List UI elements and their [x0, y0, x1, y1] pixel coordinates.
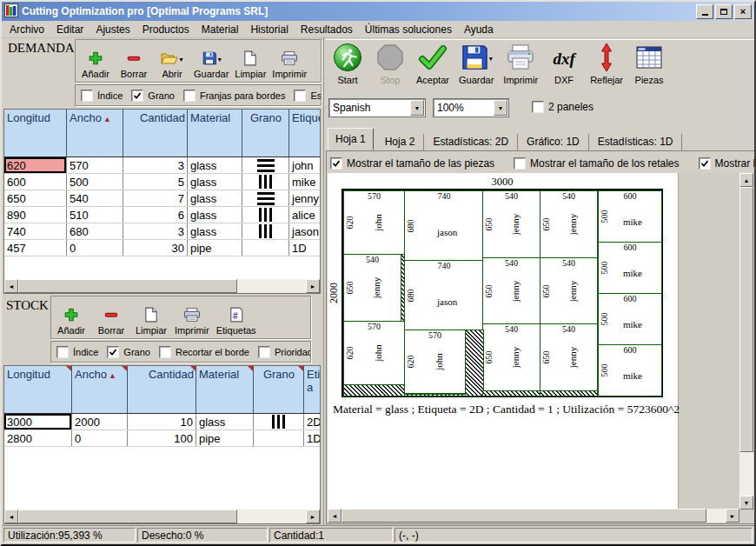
dropdown-arrow-icon[interactable]: ▾ — [489, 55, 493, 63]
cell[interactable] — [254, 430, 304, 447]
unchecked-box-icon[interactable] — [159, 346, 171, 358]
chevron-down-icon[interactable]: ▼ — [410, 100, 424, 116]
reflejar-button[interactable]: Reflejar — [588, 42, 625, 86]
col-header-etiqueta[interactable]: Etiqueta — [304, 366, 322, 414]
scroll-right-icon[interactable]: ► — [306, 509, 320, 523]
chevron-down-icon[interactable]: ▼ — [494, 100, 507, 116]
unchecked-box-icon[interactable] — [258, 346, 270, 358]
checkbox-indice[interactable]: Índice — [81, 90, 123, 102]
anadir-button[interactable]: Añadir — [77, 49, 114, 80]
checked-box-icon[interactable] — [330, 157, 342, 170]
cell[interactable]: pipe — [188, 240, 242, 256]
tab-grafico-1d[interactable]: Gráfico: 1D — [518, 134, 589, 150]
minimize-button[interactable] — [696, 4, 713, 19]
close-button[interactable]: × — [734, 4, 752, 19]
menu-ajustes[interactable]: Ajustes — [90, 22, 136, 37]
cell[interactable]: 650 — [4, 190, 67, 207]
cell[interactable]: 7 — [123, 190, 188, 207]
dxf-button[interactable]: dxfDXF — [546, 42, 582, 86]
col-header-cantidad[interactable]: Cantidad — [128, 366, 196, 414]
scroll-down-icon[interactable]: ▼ — [739, 496, 753, 509]
checkbox-mostrar-la-etiqueta-de-l[interactable]: Mostrar la etiqueta de l — [699, 157, 754, 170]
dropdown-arrow-icon[interactable]: ▾ — [179, 56, 182, 63]
borrar-button[interactable]: Borrar — [93, 305, 129, 336]
unchecked-box-icon[interactable] — [294, 90, 306, 102]
cell[interactable]: 0 — [67, 240, 123, 256]
col-header-grano[interactable]: Grano — [254, 366, 304, 414]
cell[interactable]: alice — [289, 207, 322, 223]
cell[interactable]: 2D — [304, 414, 322, 430]
scroll-thumb[interactable] — [18, 509, 237, 523]
checked-box-icon[interactable] — [699, 157, 711, 170]
checkbox-mostrar-el-tamano-de-las-piezas[interactable]: Mostrar el tamaño de las piezas — [330, 157, 494, 170]
cell[interactable]: 1D — [289, 240, 322, 256]
limpiar-button[interactable]: Limpiar — [232, 49, 269, 80]
cell[interactable]: jason — [289, 223, 322, 240]
cell[interactable]: john — [289, 157, 322, 174]
cell[interactable]: 457 — [4, 240, 67, 256]
cell[interactable]: 0 — [72, 430, 128, 447]
checkbox-es[interactable]: Es — [294, 90, 322, 102]
cell[interactable]: 3000 — [4, 414, 72, 430]
menu-ayuda[interactable]: Ayuda — [458, 22, 500, 37]
scroll-right-icon[interactable]: ► — [306, 279, 320, 293]
scroll-thumb[interactable] — [739, 187, 753, 452]
col-header-material[interactable]: Material — [196, 366, 254, 414]
unchecked-box-icon[interactable] — [514, 157, 526, 170]
cell[interactable]: 3 — [123, 157, 188, 174]
col-header-material[interactable]: Material — [188, 110, 242, 157]
col-header-ancho[interactable]: Ancho▲ — [72, 366, 128, 414]
cell[interactable]: 5 — [123, 174, 188, 190]
checkbox-mostrar-el-tamano-de-los-retales[interactable]: Mostrar el tamaño de los retales — [514, 157, 679, 170]
cell[interactable]: 620 — [4, 157, 67, 174]
cell[interactable]: 30 — [123, 240, 188, 256]
cell[interactable]: glass — [188, 174, 242, 190]
checkbox-2-paneles[interactable]: 2 paneles — [532, 101, 594, 113]
menu-historial[interactable]: Historial — [244, 22, 294, 37]
menu-material[interactable]: Material — [196, 22, 245, 37]
unchecked-box-icon[interactable] — [81, 90, 93, 102]
imprimir-button[interactable]: Imprimir — [270, 49, 308, 80]
etiquetas-button[interactable]: #Etiquetas — [215, 305, 258, 336]
piezas-button[interactable]: Piezas — [631, 42, 667, 86]
cell[interactable]: 2800 — [4, 430, 72, 447]
cell[interactable]: 890 — [4, 207, 67, 223]
menu-productos[interactable]: Productos — [136, 22, 196, 37]
scroll-right-icon[interactable]: ► — [726, 509, 739, 523]
unchecked-box-icon[interactable] — [56, 346, 69, 358]
borrar-button[interactable]: Borrar — [116, 49, 152, 80]
guardar-button[interactable]: ▾Guardar — [457, 42, 495, 86]
cell[interactable] — [242, 223, 289, 240]
col-header-grano[interactable]: Grano — [242, 110, 289, 157]
cell[interactable]: 740 — [4, 223, 67, 240]
language-select[interactable]: Spanish ▼ — [328, 98, 426, 117]
checked-box-icon[interactable] — [107, 346, 119, 358]
cell[interactable]: 680 — [67, 223, 123, 240]
tab-estadisticas-2d[interactable]: Estadísticas: 2D — [424, 134, 518, 150]
checked-box-icon[interactable] — [131, 90, 143, 102]
diagram-hscrollbar[interactable]: ◄► — [328, 509, 739, 523]
scroll-left-icon[interactable]: ◄ — [328, 509, 342, 523]
cell[interactable] — [242, 207, 289, 223]
imprimir-button[interactable]: Imprimir — [173, 305, 211, 336]
col-header-longitud[interactable]: Longitud — [4, 366, 72, 414]
dropdown-arrow-icon[interactable]: ▾ — [218, 56, 222, 63]
tab-hoja-2[interactable]: Hoja 2 — [376, 134, 425, 150]
unchecked-box-icon[interactable] — [183, 90, 196, 102]
checkbox-franjas-para-bordes[interactable]: Franjas para bordes — [183, 90, 285, 102]
cell[interactable]: 100 — [128, 430, 196, 447]
scroll-left-icon[interactable]: ◄ — [4, 279, 18, 293]
cell[interactable]: glass — [188, 207, 242, 223]
checkbox-prioridad[interactable]: Prioridad — [258, 346, 311, 358]
maximize-button[interactable] — [715, 4, 733, 19]
table-hscrollbar[interactable]: ◄► — [4, 509, 320, 523]
cell[interactable] — [254, 414, 304, 430]
abrir-button[interactable]: ▾Abrir — [154, 49, 190, 80]
table-hscrollbar[interactable]: ◄► — [4, 279, 320, 293]
menu-resultados[interactable]: Resultados — [295, 22, 359, 37]
aceptar-button[interactable]: Aceptar — [414, 42, 451, 86]
menu-editar[interactable]: Editar — [50, 22, 90, 37]
col-header-etiqueta[interactable]: Etiqueta — [289, 110, 322, 157]
cell[interactable]: glass — [188, 190, 242, 207]
cell[interactable]: mike — [289, 174, 322, 190]
